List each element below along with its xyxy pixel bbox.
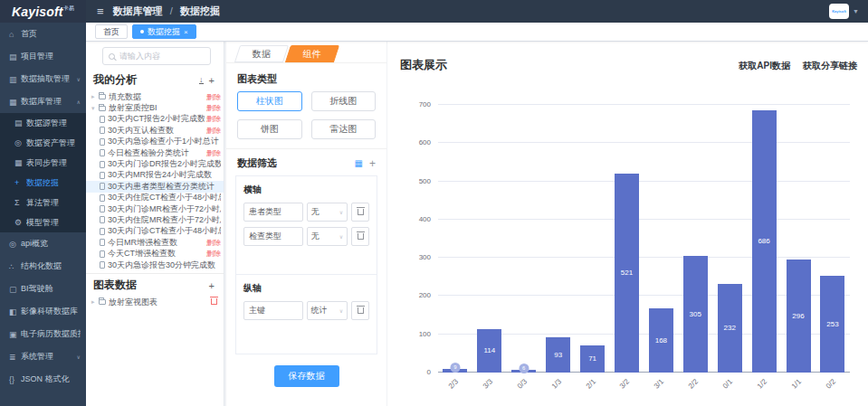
caret-down-icon[interactable]: ▾ [91, 105, 99, 112]
tree-item-label: 放射室视图表 [109, 297, 157, 307]
axis-agg-select[interactable]: 无∨ [307, 203, 348, 222]
save-data-button[interactable]: 保存数据 [274, 365, 339, 387]
get-api-data-link[interactable]: 获取API数据 [739, 60, 790, 72]
delete-row-button[interactable] [351, 227, 369, 246]
chart-type-button[interactable]: 雷达图 [311, 119, 377, 139]
sidebar-item-algorithm[interactable]: Σ算法管理 [0, 193, 86, 212]
sidebar-item-database[interactable]: ▦数据库管理∧ [0, 90, 86, 113]
sidebar-item-structured[interactable]: ∴结构化数据 [0, 255, 86, 278]
page-tab-mining[interactable]: 数据挖掘× [132, 24, 196, 39]
tree-item[interactable]: ▸填充数据删除 [86, 91, 224, 102]
axis-agg-select[interactable]: 统计∨ [307, 301, 348, 320]
sidebar-item-datasource[interactable]: ▤数据源管理 [0, 113, 86, 133]
sidebar-item-label: 数据抽取管理 [21, 73, 70, 85]
bar-slot: 253 [819, 105, 846, 373]
chevron-down-icon[interactable]: ▼ [853, 8, 859, 14]
delete-link[interactable]: 删除 [205, 114, 221, 124]
document-icon [100, 183, 105, 190]
filter-grid-icon[interactable]: ▦ [355, 158, 363, 168]
chart-type-button[interactable]: 柱状图 [237, 91, 302, 111]
sidebar-item-label: 项目管理 [21, 51, 53, 62]
tree-item[interactable]: 今日检查检验分类统计删除 [86, 147, 224, 158]
sidebar-item-label: JSON 格式化 [21, 373, 70, 385]
tree-item[interactable]: ▸放射室视图表 [86, 297, 224, 307]
sidebar-item-home[interactable]: ⌂首页 [0, 23, 86, 45]
sidebar-item-project[interactable]: ▤项目管理 [0, 45, 86, 68]
config-tab-label: 组件 [303, 48, 321, 61]
axis-agg-value: 无 [311, 231, 320, 242]
x-axis-tick-label: 0/1 [715, 372, 740, 397]
chart-type-button[interactable]: 折线图 [311, 91, 377, 111]
bar-value-label: 232 [724, 324, 736, 332]
axis-field-input[interactable]: 检查类型 [243, 227, 303, 246]
chart-type-button[interactable]: 饼图 [237, 119, 302, 139]
tree-item[interactable]: 30天内MR报告24小时完成数 [86, 170, 224, 181]
config-tab-component[interactable]: 组件 [285, 45, 339, 62]
x-axis-labels: 2/33/30/31/32/13/23/12/20/11/21/10/2 [438, 375, 850, 383]
tree-item-label: 30天内急诊检查小于1小时总计 [108, 137, 219, 147]
chevron-down-icon: ∨ [77, 354, 81, 360]
search-input[interactable] [119, 52, 205, 61]
delete-link[interactable]: 删除 [205, 92, 221, 102]
trash-icon[interactable] [211, 297, 217, 307]
tree-item[interactable]: 30天内门诊CT检查小于48小时总计 [86, 226, 224, 237]
tree-item[interactable]: 30天内互认检查数删除 [86, 125, 224, 136]
tree-item[interactable]: 今天CT增强检查数删除 [86, 248, 224, 259]
tree-item[interactable]: 30天内门诊MR检查小于72小时总计 [86, 203, 224, 214]
sidebar-item-api[interactable]: ◎api概览 [0, 232, 86, 255]
bar-value-label: 521 [621, 269, 633, 277]
sidebar-item-system[interactable]: ≣系统管理∨ [0, 345, 86, 368]
tree-item[interactable]: 30天内住院MR检查小于72小时总计 [86, 214, 224, 225]
sidebar-item-json[interactable]: {}JSON 格式化 [0, 368, 86, 391]
tree-item[interactable]: 30天内CT报告2小时完成数删除 [86, 114, 224, 125]
hamburger-icon[interactable]: ≡ [97, 5, 104, 18]
caret-right-icon[interactable]: ▸ [91, 93, 99, 100]
tree-item[interactable]: ▾放射室质控BI删除 [86, 102, 224, 113]
caret-right-icon[interactable]: ▸ [91, 298, 99, 306]
delete-link[interactable]: 删除 [205, 238, 221, 248]
sidebar-item-table-sync[interactable]: ▦表同步管理 [0, 153, 86, 173]
tree-item[interactable]: 30天内住院CT检查小于48小时总计 [86, 193, 224, 203]
avatar[interactable]: Kayisoft [829, 4, 849, 19]
page-tab-home[interactable]: 首页 [95, 24, 128, 39]
delete-link[interactable]: 删除 [205, 126, 221, 136]
download-icon[interactable]: ↓ [199, 76, 204, 84]
add-analysis-icon[interactable]: + [209, 75, 215, 86]
sidebar-item-extract[interactable]: ▥数据抽取管理∨ [0, 68, 86, 90]
sidebar-item-imaging[interactable]: ◧影像科研数据库 [0, 300, 86, 323]
config-tab-data[interactable]: 数据 [234, 45, 289, 62]
emr-icon: ▣ [9, 330, 21, 339]
chart-bar: 686 [752, 110, 777, 373]
sidebar-item-bi[interactable]: ▢BI驾驶舱 [0, 278, 86, 300]
delete-row-button[interactable] [351, 203, 369, 222]
sidebar-item-mining[interactable]: +数据挖掘 [0, 173, 86, 193]
axis-agg-value: 无 [311, 206, 320, 218]
tree-item[interactable]: 30天内急诊检查小于1小时总计 [86, 137, 224, 147]
delete-link[interactable]: 删除 [205, 148, 221, 158]
tree-item-label: 30天内互认检查数 [108, 125, 174, 136]
folder-icon [99, 299, 106, 305]
axis-field-input[interactable]: 主键 [243, 301, 303, 320]
sidebar-item-model[interactable]: ⚙模型管理 [0, 212, 86, 232]
close-icon[interactable]: × [184, 28, 188, 36]
breadcrumb-item-database[interactable]: 数据库管理 [113, 5, 163, 16]
x-axis-tick-label: 3/2 [613, 372, 638, 397]
axis-agg-select[interactable]: 无∨ [307, 227, 348, 246]
sidebar-item-asset[interactable]: ◎数据资产管理 [0, 133, 86, 153]
y-axis-tick-label: 100 [419, 330, 431, 338]
add-chart-data-icon[interactable]: + [209, 280, 215, 291]
y-axis-tick-label: 200 [419, 291, 431, 299]
delete-link[interactable]: 删除 [205, 249, 221, 259]
chevron-down-icon: ∨ [339, 233, 343, 240]
tree-item[interactable]: 30天内急诊报告30分钟完成数 [86, 260, 224, 270]
get-share-link[interactable]: 获取分享链接 [803, 60, 857, 72]
delete-row-button[interactable] [351, 301, 369, 320]
sidebar-item-emr[interactable]: ▣电子病历数据质控 [0, 323, 86, 345]
add-filter-icon[interactable]: + [369, 157, 376, 170]
delete-link[interactable]: 删除 [205, 103, 221, 113]
tree-item[interactable]: 30天内患者类型检查分类统计 [86, 181, 224, 192]
tree-item[interactable]: 今日MR增强检查数删除 [86, 237, 224, 248]
sidebar-item-label: 影像科研数据库 [21, 306, 78, 317]
tree-item[interactable]: 30天内门诊DR报告2小时完成数 [86, 158, 224, 169]
axis-field-input[interactable]: 患者类型 [243, 203, 303, 222]
